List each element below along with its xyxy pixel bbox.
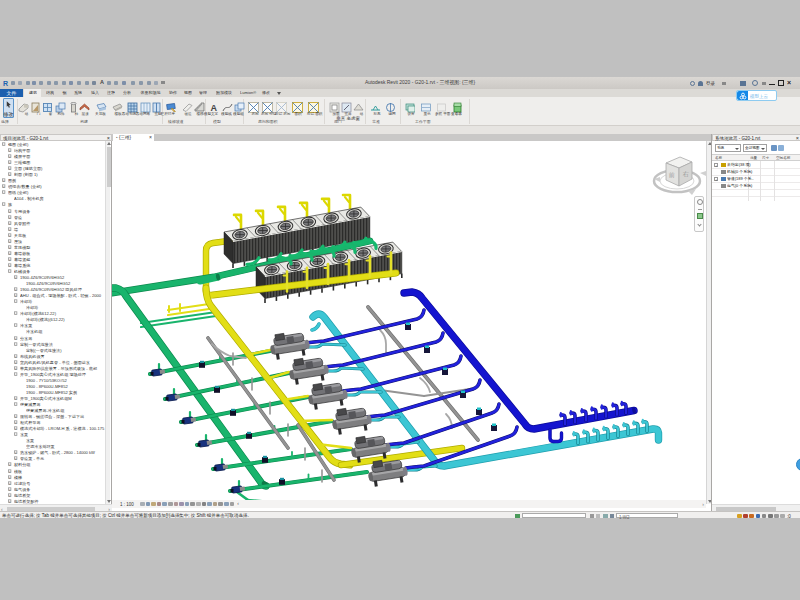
svg-text:前: 前: [668, 172, 675, 178]
svg-text:右: 右: [682, 170, 689, 178]
